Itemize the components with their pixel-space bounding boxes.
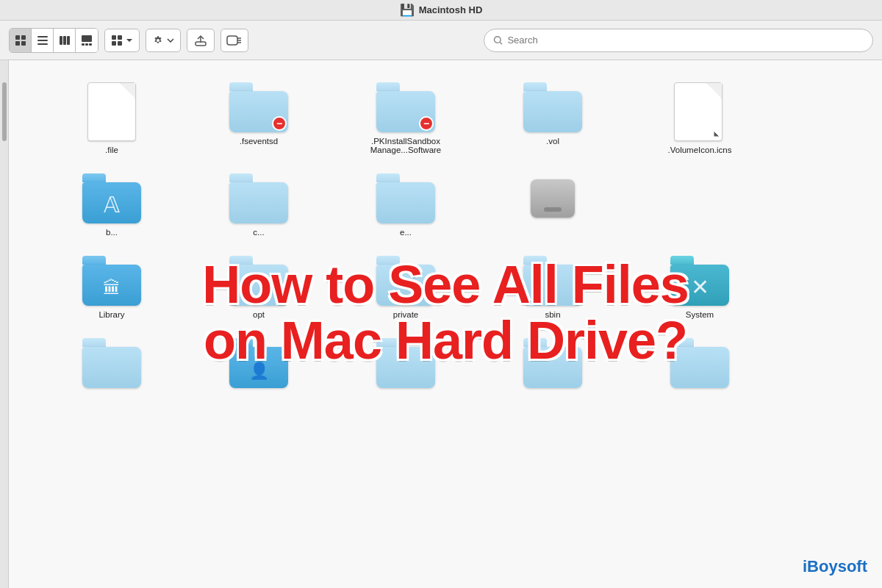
brand-name: Boysoft [807, 557, 867, 576]
file-row-2: 𝔸 b... c... e... [38, 166, 853, 243]
restricted-badge: − [272, 116, 287, 131]
folder-inner-icon: 👤 [249, 362, 269, 381]
search-icon [493, 35, 503, 46]
svg-rect-14 [112, 35, 116, 40]
folder-icon [376, 173, 435, 223]
list-item[interactable]: − .fseventsd [185, 75, 332, 160]
search-bar[interactable] [484, 29, 873, 52]
list-item[interactable]: opt [185, 248, 332, 325]
folder-icon [229, 173, 288, 223]
list-item[interactable]: c... [185, 166, 332, 243]
file-icon [87, 82, 136, 141]
list-item[interactable] [38, 331, 185, 398]
folder-icon: ✕ [670, 256, 729, 306]
folder-inner-icon: 🏛 [103, 278, 121, 298]
svg-rect-6 [37, 43, 48, 45]
svg-rect-1 [21, 35, 26, 40]
scrollbar-thumb[interactable] [2, 82, 7, 141]
toolbar [0, 21, 882, 60]
scrollbar[interactable] [0, 60, 9, 588]
svg-rect-7 [60, 36, 62, 45]
file-name: sbin [545, 310, 560, 319]
list-item[interactable] [479, 331, 626, 398]
list-item[interactable]: − .PKInstallSandboxManage...Software [332, 75, 479, 160]
list-item[interactable]: .VolumeIcon.icns [626, 75, 773, 160]
svg-rect-4 [37, 36, 48, 37]
list-item[interactable]: 🏛 Library [38, 248, 185, 325]
svg-marker-21 [714, 131, 720, 137]
gallery-view-btn[interactable] [76, 29, 98, 52]
file-row-3: 🏛 Library opt private [38, 248, 853, 325]
brand-logo: iBoysoft [803, 557, 867, 576]
share-btn[interactable] [187, 29, 215, 52]
list-item[interactable] [479, 166, 626, 243]
list-item[interactable]: e... [332, 166, 479, 243]
list-item[interactable]: .file [38, 75, 185, 160]
icon-view-btn[interactable] [10, 29, 32, 52]
action-settings-btn[interactable] [146, 29, 181, 52]
folder-icon: − [229, 82, 288, 132]
folder-icon: − [376, 82, 435, 132]
svg-rect-13 [89, 43, 92, 46]
file-name: .VolumeIcon.icns [668, 146, 732, 154]
file-name: c... [253, 228, 264, 237]
list-item[interactable]: sbin [479, 248, 626, 325]
file-name: Library [98, 310, 124, 319]
list-item[interactable]: 𝔸 b... [38, 166, 185, 243]
svg-rect-9 [67, 36, 70, 45]
view-switcher [9, 28, 98, 53]
tag-btn[interactable] [220, 29, 248, 52]
main-area: .file − .fseventsd − [0, 60, 882, 588]
column-view-btn[interactable] [54, 29, 76, 52]
file-row-4: 👤 [38, 331, 853, 398]
alias-arrow [711, 126, 723, 138]
folder-icon [376, 338, 435, 388]
svg-point-20 [494, 36, 501, 43]
folder-inner-icon: 𝔸 [104, 192, 120, 218]
svg-rect-10 [82, 35, 92, 42]
hd-drive-icon: 💾 [400, 3, 415, 17]
svg-rect-0 [15, 35, 20, 40]
file-grid: .file − .fseventsd − [9, 60, 882, 588]
restricted-badge: − [419, 116, 434, 131]
list-item[interactable]: private [332, 248, 479, 325]
svg-rect-18 [196, 42, 206, 46]
svg-rect-16 [112, 41, 116, 46]
file-name: .vol [546, 137, 559, 146]
svg-rect-17 [118, 41, 122, 46]
file-name: .file [105, 146, 118, 154]
window-title: Macintosh HD [419, 4, 483, 15]
folder-icon [670, 338, 729, 388]
list-view-btn[interactable] [32, 29, 54, 52]
file-name: b... [106, 228, 118, 237]
group-by-btn[interactable] [104, 29, 140, 52]
svg-rect-11 [82, 43, 85, 46]
svg-rect-2 [15, 41, 20, 46]
folder-inner-icon: ✕ [691, 274, 709, 300]
file-name: .PKInstallSandboxManage...Software [370, 137, 442, 154]
folder-icon: 🏛 [82, 256, 141, 306]
list-item[interactable]: 👤 [185, 331, 332, 398]
folder-icon [229, 256, 288, 306]
file-name: private [393, 310, 419, 319]
list-item[interactable]: .vol [479, 75, 626, 160]
svg-rect-3 [21, 41, 26, 46]
list-item[interactable]: ✕ System [626, 248, 773, 325]
file-row-1: .file − .fseventsd − [38, 75, 853, 160]
svg-rect-15 [118, 35, 122, 40]
list-item[interactable] [332, 331, 479, 398]
folder-icon [523, 82, 582, 132]
file-name: e... [400, 228, 412, 237]
search-input[interactable] [507, 35, 864, 46]
folder-icon [82, 338, 141, 388]
file-name: .fseventsd [240, 137, 278, 146]
folder-icon: 𝔸 [82, 173, 141, 223]
svg-rect-8 [63, 36, 66, 45]
folder-icon [523, 256, 582, 306]
volume-icon [523, 173, 582, 223]
file-name: System [686, 310, 714, 319]
svg-rect-19 [227, 36, 237, 45]
title-bar: 💾 Macintosh HD [0, 0, 882, 21]
folder-icon [376, 256, 435, 306]
list-item[interactable] [626, 331, 773, 398]
